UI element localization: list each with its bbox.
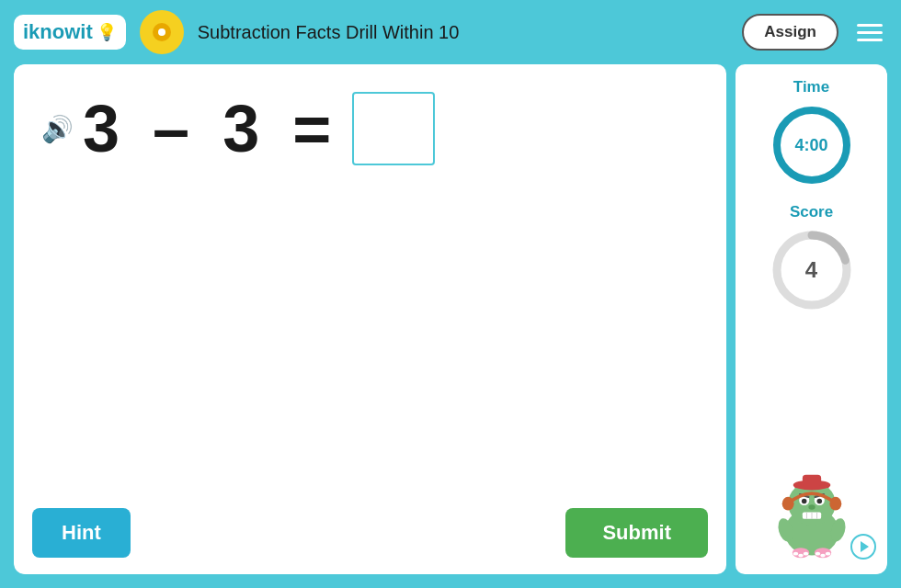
badge-dot bbox=[158, 28, 165, 36]
arrow-icon bbox=[850, 534, 876, 560]
score-circle: 4 bbox=[770, 229, 853, 311]
header: iknowit 💡 Subtraction Facts Drill Within… bbox=[0, 0, 901, 64]
operand2: 3 bbox=[222, 92, 267, 165]
answer-box[interactable] bbox=[352, 92, 435, 165]
svg-point-27 bbox=[803, 552, 808, 556]
logo: iknowit 💡 bbox=[14, 15, 126, 50]
svg-point-26 bbox=[798, 554, 804, 558]
lesson-title: Subtraction Facts Drill Within 10 bbox=[198, 22, 729, 43]
equation-area: 🔊 3 – 3 = bbox=[41, 92, 708, 165]
equals: = bbox=[292, 92, 338, 165]
svg-point-25 bbox=[793, 552, 798, 556]
timer-circle: 4:00 bbox=[770, 104, 853, 187]
equation-text: 3 – 3 = bbox=[83, 96, 338, 162]
sidebar: Time 4:00 Score 4 bbox=[736, 64, 887, 574]
timer-text: 4:00 bbox=[794, 136, 827, 155]
svg-point-28 bbox=[815, 552, 820, 556]
next-arrow[interactable] bbox=[850, 534, 876, 565]
svg-point-29 bbox=[820, 554, 826, 558]
svg-point-14 bbox=[808, 504, 815, 510]
time-label: Time bbox=[793, 78, 829, 96]
operator: – bbox=[153, 92, 197, 165]
hint-button[interactable]: Hint bbox=[32, 508, 131, 558]
svg-point-21 bbox=[781, 497, 793, 511]
bulb-icon: 💡 bbox=[97, 22, 117, 42]
monster-area bbox=[761, 451, 862, 565]
answer-input[interactable] bbox=[357, 96, 430, 161]
score-label: Score bbox=[790, 203, 833, 221]
svg-point-10 bbox=[801, 499, 806, 504]
hamburger-line-2 bbox=[857, 31, 883, 34]
hamburger-line-1 bbox=[857, 24, 883, 27]
logo-text: iknowit bbox=[23, 20, 93, 44]
monster-svg bbox=[761, 451, 862, 561]
operand1: 3 bbox=[83, 92, 127, 165]
svg-marker-32 bbox=[861, 541, 869, 552]
menu-button[interactable] bbox=[852, 19, 887, 46]
svg-point-30 bbox=[825, 552, 830, 556]
bottom-buttons: Hint Submit bbox=[32, 508, 708, 558]
svg-rect-7 bbox=[802, 475, 820, 486]
main-wrapper: 🔊 3 – 3 = Hint Submit Time bbox=[14, 64, 887, 574]
svg-point-22 bbox=[829, 497, 841, 511]
assign-button[interactable]: Assign bbox=[742, 14, 838, 51]
hamburger-line-3 bbox=[857, 39, 883, 41]
content-area: 🔊 3 – 3 = Hint Submit bbox=[14, 64, 726, 574]
score-text: 4 bbox=[805, 257, 817, 283]
lesson-badge bbox=[140, 10, 184, 54]
svg-point-11 bbox=[816, 499, 822, 504]
badge-inner bbox=[153, 23, 171, 41]
vertical-divider bbox=[728, 64, 731, 574]
sound-icon[interactable]: 🔊 bbox=[41, 114, 74, 144]
submit-button[interactable]: Submit bbox=[565, 508, 708, 558]
